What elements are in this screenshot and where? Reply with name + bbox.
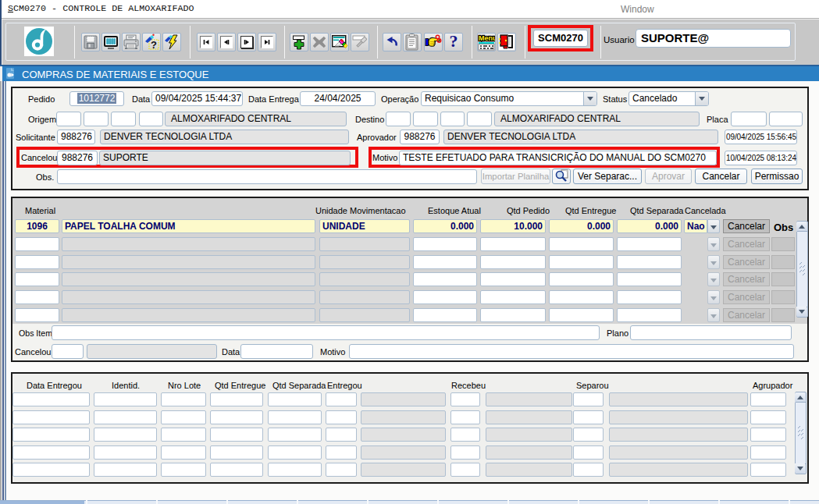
svg-text:Menu: Menu [479,34,495,42]
svg-text:?: ? [151,39,157,51]
